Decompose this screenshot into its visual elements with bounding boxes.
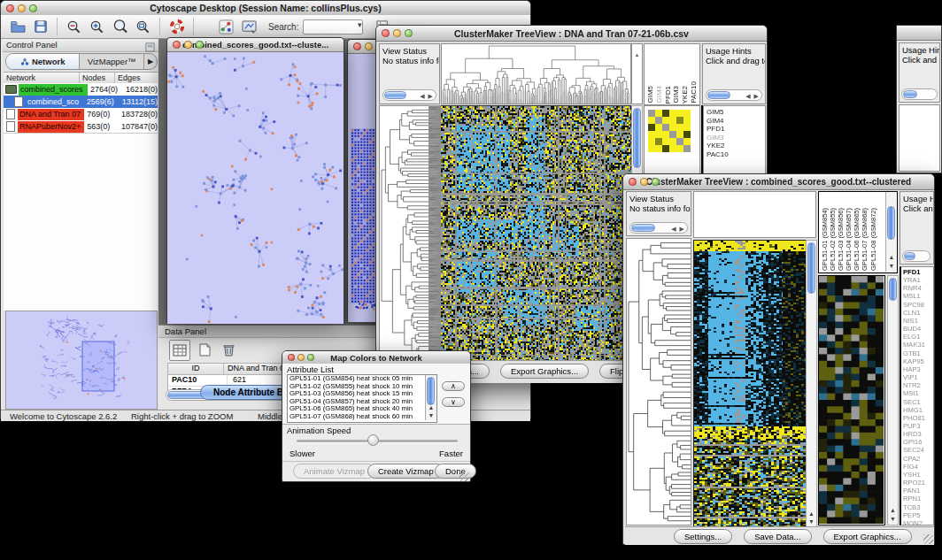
scroll-down-arrow[interactable]: ▼: [807, 518, 816, 525]
column-dendrogram-canvas[interactable]: [442, 44, 630, 104]
column-label[interactable]: GPL51-07 (GSM868): [861, 208, 869, 271]
gene-label[interactable]: PAN1: [903, 487, 933, 495]
gene-label[interactable]: TCB3: [903, 503, 933, 511]
matrix-cell[interactable]: [683, 110, 691, 117]
gene-label[interactable]: YSH1: [903, 471, 933, 479]
matrix-cell[interactable]: [655, 145, 662, 152]
matrix-cell[interactable]: [676, 110, 683, 117]
window-controls[interactable]: [288, 354, 314, 361]
heatmap-panel[interactable]: [441, 105, 631, 360]
gene-label[interactable]: PHO81: [903, 414, 933, 422]
window-controls[interactable]: [6, 4, 37, 12]
scroll-up-arrow[interactable]: ▲: [426, 404, 436, 411]
treeview2-button-1[interactable]: Save Data...: [744, 529, 811, 544]
select-attributes-button[interactable]: [169, 340, 190, 361]
network-table-row[interactable]: combined_scores2764(0)16218(0): [4, 83, 158, 96]
maximize-button[interactable]: [196, 41, 204, 49]
correlation-matrix[interactable]: [648, 110, 691, 152]
gene-label[interactable]: RNR4: [903, 284, 933, 292]
treeview1-title-bar[interactable]: ClusterMaker TreeView : DNA and Tran 07-…: [376, 26, 767, 42]
minimize-button[interactable]: [393, 29, 401, 37]
scroll-thumb[interactable]: [631, 224, 655, 232]
gene-label[interactable]: SPC98: [903, 301, 933, 309]
heatmap-canvas[interactable]: [441, 106, 631, 360]
matrix-cell[interactable]: [648, 117, 655, 124]
gene-label[interactable]: PFD1: [903, 268, 933, 276]
gene-label[interactable]: PFD1: [706, 125, 765, 134]
gene-label[interactable]: PEP5: [903, 511, 933, 519]
matrix-cell[interactable]: [676, 131, 683, 138]
column-header-network[interactable]: Network: [4, 73, 80, 83]
gene-label[interactable]: HRD3: [903, 430, 933, 438]
network-window-1-title-bar[interactable]: combined_scores_good.txt--cluste...: [167, 38, 344, 52]
network-canvas-1[interactable]: [167, 52, 344, 324]
column-label[interactable]: GPL51-02 (GSM855): [830, 208, 837, 271]
gene-label[interactable]: PUF3: [903, 422, 933, 430]
zoom-fit-button[interactable]: [111, 18, 129, 36]
maximize-button[interactable]: [405, 29, 413, 37]
matrix-cell[interactable]: [669, 138, 676, 145]
vizmapper-button[interactable]: [217, 18, 236, 36]
maximize-button[interactable]: [652, 178, 660, 186]
matrix-cell[interactable]: [669, 117, 676, 124]
matrix-cell[interactable]: [669, 124, 676, 131]
row-dendrogram-panel[interactable]: [379, 105, 429, 360]
gene-label[interactable]: GIM5: [706, 108, 765, 117]
attribute-list-item[interactable]: GPL51-07 (GSM868) heat shock 60 min: [288, 413, 436, 421]
matrix-cell[interactable]: [683, 138, 691, 145]
heatmap-panel[interactable]: [693, 240, 807, 527]
zoom-in-button[interactable]: [88, 18, 106, 36]
gene-label[interactable]: BUD4: [903, 325, 933, 333]
create-vizmap-button[interactable]: Create Vizmap: [367, 464, 444, 479]
matrix-cell[interactable]: [655, 124, 662, 131]
scroll-thumb[interactable]: [384, 91, 406, 99]
maximize-button[interactable]: [29, 4, 37, 12]
matrix-cell[interactable]: [655, 131, 662, 138]
matrix-cell[interactable]: [648, 110, 655, 117]
animate-vizmap-button[interactable]: Animate Vizmap: [293, 464, 375, 479]
scroll-thumb[interactable]: [903, 90, 917, 98]
gene-label[interactable]: NTR2: [903, 381, 933, 389]
gene-label[interactable]: SEC1: [903, 398, 933, 406]
close-button[interactable]: [382, 29, 390, 37]
tab-network[interactable]: Network: [6, 54, 79, 69]
column-label[interactable]: GPL51-01 (GSM854): [822, 208, 829, 271]
gene-label[interactable]: MON2: [903, 519, 933, 525]
row-dendrogram-panel[interactable]: [626, 238, 691, 525]
attr-col-id[interactable]: ID: [168, 364, 224, 374]
gene-label[interactable]: RPO21: [903, 479, 933, 487]
scroll-thumb[interactable]: [807, 242, 815, 294]
scroll-down-arrow[interactable]: ▼: [426, 412, 436, 419]
scroll-thumb[interactable]: [887, 206, 895, 240]
gene-label[interactable]: YRA1: [903, 276, 933, 284]
gene-label[interactable]: MSI1: [903, 389, 933, 397]
gene-label[interactable]: RPN1: [903, 495, 933, 502]
matrix-cell[interactable]: [676, 145, 683, 152]
matrix-cell[interactable]: [648, 145, 655, 152]
delete-attribute-button[interactable]: [219, 340, 238, 359]
zoom-heatmap-canvas[interactable]: [819, 276, 884, 524]
close-button[interactable]: [353, 42, 361, 50]
matrix-cell[interactable]: [669, 145, 676, 152]
usage-hints-scrollbar[interactable]: [901, 88, 938, 100]
row-dendrogram-canvas[interactable]: [627, 239, 691, 525]
gene-label[interactable]: VIP1: [903, 373, 933, 381]
usage-hints-scrollbar[interactable]: ◀ ▶: [706, 89, 762, 101]
gene-label[interactable]: GPI16: [903, 438, 933, 446]
scroll-thumb[interactable]: [427, 377, 435, 405]
matrix-cell[interactable]: [662, 131, 669, 138]
minimize-button[interactable]: [297, 354, 305, 361]
usage-hints-scrollbar[interactable]: [902, 250, 930, 262]
matrix-cell[interactable]: [648, 131, 655, 138]
gene-label[interactable]: GIM3: [706, 134, 765, 142]
scroll-down-arrow[interactable]: ▼: [888, 516, 898, 523]
column-label[interactable]: GPL51-03 (GSM856): [838, 208, 845, 271]
search-input[interactable]: ▾: [303, 19, 363, 35]
search-dropdown-arrow[interactable]: ▾: [358, 20, 362, 29]
matrix-cell[interactable]: [648, 138, 655, 145]
matrix-cell[interactable]: [683, 145, 691, 152]
gene-label[interactable]: YKE2: [706, 142, 765, 150]
birdseye-canvas[interactable]: [6, 311, 155, 407]
matrix-cell[interactable]: [683, 124, 691, 131]
scroll-up-arrow[interactable]: ▲: [807, 510, 816, 518]
